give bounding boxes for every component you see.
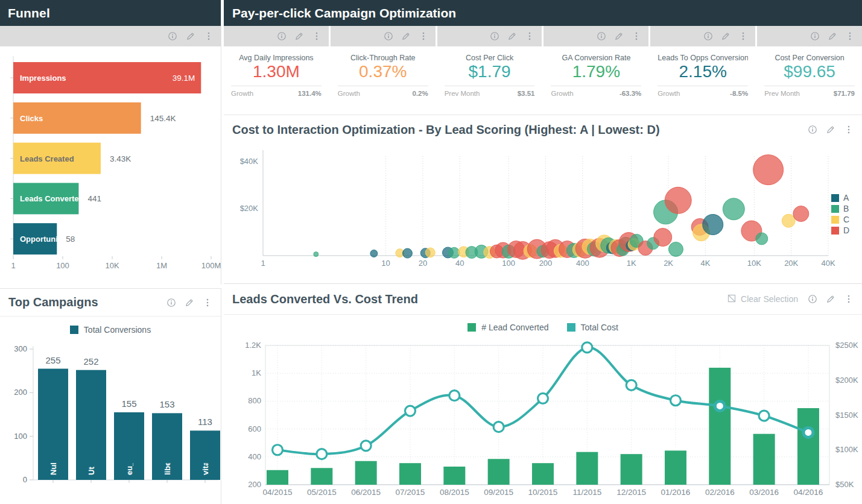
trend-marker-09/2015[interactable] (493, 422, 504, 432)
funnel-bar-value: 145.4K (150, 114, 176, 123)
top-campaigns-legend[interactable]: Total Conversions (0, 325, 221, 335)
menu-icon[interactable] (844, 294, 854, 304)
dashboard-title: Pay-per-click Campaign Optimization (232, 6, 456, 20)
trend-marker-08/2015[interactable] (449, 391, 460, 401)
menu-icon[interactable] (525, 31, 534, 41)
edit-icon[interactable] (507, 31, 517, 41)
info-icon[interactable] (277, 31, 287, 41)
trend-marker-02/2016[interactable] (715, 401, 724, 411)
info-icon[interactable] (384, 31, 393, 41)
bubble-legend-swatch[interactable] (831, 227, 839, 235)
trend-right-y-tick: $200K (835, 376, 858, 385)
bubble-point-C[interactable] (782, 214, 795, 227)
trend-bar-04/2016[interactable] (797, 408, 819, 485)
menu-icon[interactable] (312, 31, 322, 41)
edit-icon[interactable] (721, 31, 730, 41)
info-icon[interactable] (597, 31, 606, 41)
bubble-point-D[interactable] (654, 228, 672, 247)
trend-marker-04/2016[interactable] (803, 427, 813, 437)
menu-icon[interactable] (845, 31, 855, 41)
menu-icon[interactable] (204, 31, 214, 41)
bubble-point-B[interactable] (449, 247, 460, 258)
info-icon[interactable] (168, 31, 177, 41)
trend-marker-04/2015[interactable] (273, 445, 283, 455)
bubble-legend-swatch[interactable] (831, 194, 839, 202)
trend-marker-12/2015[interactable] (626, 380, 636, 390)
clear-selection-button[interactable]: Clear Selection (727, 294, 798, 305)
bubble-point-A[interactable] (402, 248, 412, 258)
trend-bar-05/2015[interactable] (311, 468, 332, 485)
trend-bar-11/2015[interactable] (576, 452, 598, 485)
edit-icon[interactable] (185, 298, 194, 307)
trend-bar-04/2015[interactable] (267, 470, 288, 485)
trend-right-y-tick: $50K (835, 480, 854, 489)
top-campaigns-header: Top Campaigns (0, 289, 221, 317)
trend-bar-03/2016[interactable] (753, 434, 775, 485)
tc-bar-value: 252 (83, 356, 98, 367)
trend-left-y-tick: 1.2K (245, 341, 261, 350)
trend-bar-01/2016[interactable] (665, 450, 686, 485)
edit-icon[interactable] (186, 31, 195, 41)
legend-item-lead-converted[interactable]: # Lead Converted (467, 323, 548, 332)
edit-icon[interactable] (828, 31, 837, 41)
bubble-legend-swatch[interactable] (831, 205, 839, 213)
edit-icon[interactable] (614, 31, 624, 41)
trend-bar-12/2015[interactable] (621, 454, 642, 485)
bubble-point-B[interactable] (756, 233, 768, 245)
trend-bar-06/2015[interactable] (355, 461, 377, 485)
legend-item-total-cost[interactable]: Total Cost (567, 323, 618, 332)
edit-icon[interactable] (826, 294, 835, 304)
trend-bar-10/2015[interactable] (532, 463, 554, 485)
trend-marker-11/2015[interactable] (582, 342, 592, 353)
menu-icon[interactable] (844, 125, 854, 134)
bubble-point-A[interactable] (370, 250, 378, 257)
bubble-legend-swatch[interactable] (831, 216, 839, 224)
trend-x-tick: 12/2015 (616, 488, 646, 497)
trend-marker-07/2015[interactable] (405, 406, 415, 416)
menu-icon[interactable] (632, 31, 641, 41)
menu-icon[interactable] (419, 31, 428, 41)
info-icon[interactable] (490, 31, 499, 41)
bubble-x-tick: 40K (821, 259, 835, 268)
info-icon[interactable] (703, 31, 713, 41)
info-icon[interactable] (808, 125, 817, 134)
kpi-sub-value: 0.2% (412, 90, 428, 97)
trend-marker-03/2016[interactable] (759, 411, 769, 421)
info-icon[interactable] (808, 294, 817, 304)
trend-bar-02/2016[interactable] (709, 368, 730, 485)
trend-bar-09/2015[interactable] (488, 459, 510, 485)
trend-marker-06/2015[interactable] (361, 441, 371, 451)
bubble-point-A[interactable] (703, 215, 723, 235)
tc-y-tick: 100 (14, 432, 27, 441)
trend-marker-01/2016[interactable] (670, 395, 680, 406)
bubble-point-B[interactable] (723, 198, 744, 220)
bubble-point-D[interactable] (753, 155, 784, 185)
menu-icon[interactable] (738, 31, 748, 41)
bubble-legend-label: A (843, 193, 849, 203)
edit-icon[interactable] (401, 31, 411, 41)
bubble-point-D[interactable] (665, 187, 691, 213)
bubble-point-D[interactable] (793, 206, 809, 222)
trend-bar-08/2015[interactable] (443, 467, 465, 485)
info-icon[interactable] (166, 298, 176, 307)
trend-bar-07/2015[interactable] (399, 463, 421, 485)
tc-bar-1[interactable] (76, 370, 106, 480)
kpi-title: Click-Through Rate (338, 54, 428, 62)
bubble-y-tick: $20K (240, 204, 259, 213)
kpi-title: Cost Per Conversion (764, 54, 855, 62)
kpi-sub-label: Prev Month (445, 90, 480, 97)
bubble-point-B[interactable] (668, 242, 683, 256)
tc-bar-value: 155 (121, 398, 136, 409)
menu-icon[interactable] (203, 298, 212, 307)
bubble-x-tick: 10K (747, 259, 761, 268)
bubble-point-B[interactable] (314, 252, 318, 257)
clear-selection-icon (727, 294, 737, 305)
trend-marker-10/2015[interactable] (537, 393, 548, 403)
info-icon[interactable] (810, 31, 820, 41)
bubble-point-C[interactable] (425, 248, 435, 257)
tc-bar-value: 255 (45, 355, 60, 365)
trend-marker-05/2015[interactable] (317, 449, 327, 459)
trend-x-tick: 03/2016 (749, 488, 779, 497)
edit-icon[interactable] (826, 125, 835, 134)
edit-icon[interactable] (294, 31, 304, 41)
